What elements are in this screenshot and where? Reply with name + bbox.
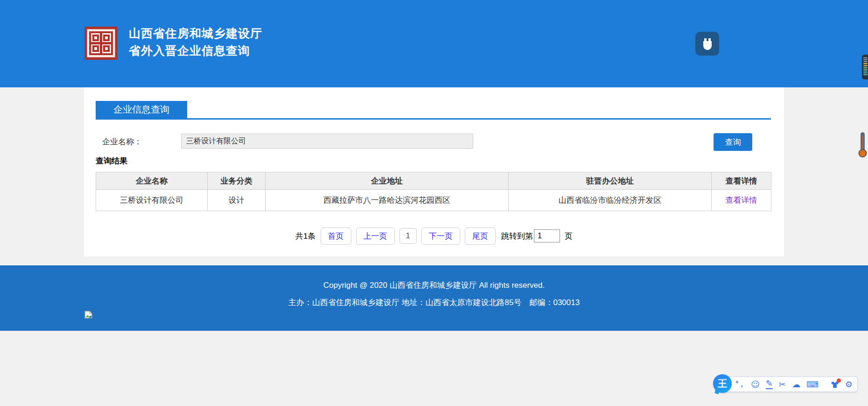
page-footer: Copyright @ 2020 山西省住房和城乡建设厅 All rights …: [0, 265, 868, 331]
ime-handwriting-icon[interactable]: ✎: [766, 379, 773, 389]
broken-image-icon: [84, 311, 92, 319]
query-button[interactable]: 查询: [714, 133, 752, 151]
ime-logo-icon[interactable]: 王: [713, 374, 732, 393]
page-header: 山西省住房和城乡建设厅 省外入晋企业信息查询: [0, 0, 868, 87]
results-title: 查询结果: [96, 156, 127, 166]
next-page-button[interactable]: 下一页: [421, 228, 460, 245]
view-detail-link[interactable]: 查看详情: [726, 196, 757, 205]
sidebar-ruler-widget[interactable]: [862, 55, 868, 79]
department-logo-icon: [84, 27, 118, 60]
col-header-view-detail: 查看详情: [712, 172, 771, 190]
ime-keyboard-icon[interactable]: ⌨: [806, 380, 819, 389]
plugin-button[interactable]: [695, 32, 719, 56]
plug-icon: [701, 37, 714, 51]
ime-emoji-icon[interactable]: ☺: [751, 380, 760, 389]
prev-page-button[interactable]: 上一页: [356, 228, 395, 245]
cell-business-category: 设计: [208, 190, 266, 211]
ime-settings-icon[interactable]: ⚙: [845, 380, 853, 389]
tab-enterprise-info-query[interactable]: 企业信息查询: [96, 101, 187, 118]
notification-dot: [837, 378, 841, 383]
tab-underline: [96, 118, 771, 120]
cell-enterprise-address: 西藏拉萨市八一路哈达滨河花园西区: [266, 190, 509, 211]
first-page-button[interactable]: 首页: [321, 228, 351, 245]
results-table: 企业名称 业务分类 企业地址 驻晋办公地址 查看详情 三桥设计有限公司 设计 西…: [96, 172, 771, 211]
table-header-row: 企业名称 业务分类 企业地址 驻晋办公地址 查看详情: [96, 172, 771, 190]
col-header-business-category: 业务分类: [208, 172, 266, 190]
site-title: 山西省住房和城乡建设厅 省外入晋企业信息查询: [129, 25, 262, 59]
site-title-line2: 省外入晋企业信息查询: [129, 42, 262, 59]
content-card: 企业信息查询 企业名称： 查询 查询结果 企业名称 业务分类 企业地址 驻晋办公…: [84, 87, 784, 256]
ime-punctuation-icon[interactable]: °，: [735, 381, 745, 388]
pagination: 共1条 首页 上一页 1 下一页 尾页 跳转到第 页: [84, 227, 784, 245]
site-title-line1: 山西省住房和城乡建设厅: [129, 25, 262, 42]
copyright-text: Copyright @ 2020 山西省住房和城乡建设厅 All rights …: [0, 265, 868, 291]
current-page-button[interactable]: 1: [399, 228, 417, 244]
thermometer-icon[interactable]: [857, 131, 868, 157]
last-page-button[interactable]: 尾页: [465, 228, 496, 245]
footer-contact-text: 主办：山西省住房和城乡建设厅 地址：山西省太原市建设北路85号 邮编：03001…: [0, 297, 868, 308]
table-row: 三桥设计有限公司 设计 西藏拉萨市八一路哈达滨河花园西区 山西省临汾市临汾经济开…: [96, 190, 771, 211]
ime-cloud-icon[interactable]: ☁: [792, 380, 800, 389]
ime-skin-icon[interactable]: [831, 381, 839, 388]
cell-office-address: 山西省临汾市临汾经济开发区: [509, 190, 712, 211]
enterprise-name-input[interactable]: [181, 134, 473, 149]
col-header-enterprise-name: 企业名称: [96, 172, 208, 190]
jump-page-input[interactable]: [534, 229, 560, 242]
col-header-enterprise-address: 企业地址: [266, 172, 509, 190]
col-header-office-address: 驻晋办公地址: [509, 172, 712, 190]
jump-label-prefix: 跳转到第: [501, 231, 533, 242]
jump-label-suffix: 页: [565, 231, 573, 242]
cell-enterprise-name: 三桥设计有限公司: [96, 190, 208, 211]
enterprise-name-label: 企业名称：: [102, 136, 142, 147]
ime-toolbar: 中 °， ☺ ✎ ✂ ☁ ⌨ ⚙: [721, 377, 858, 392]
ime-scissors-icon[interactable]: ✂: [779, 380, 786, 389]
total-count-label: 共1条: [295, 231, 315, 242]
